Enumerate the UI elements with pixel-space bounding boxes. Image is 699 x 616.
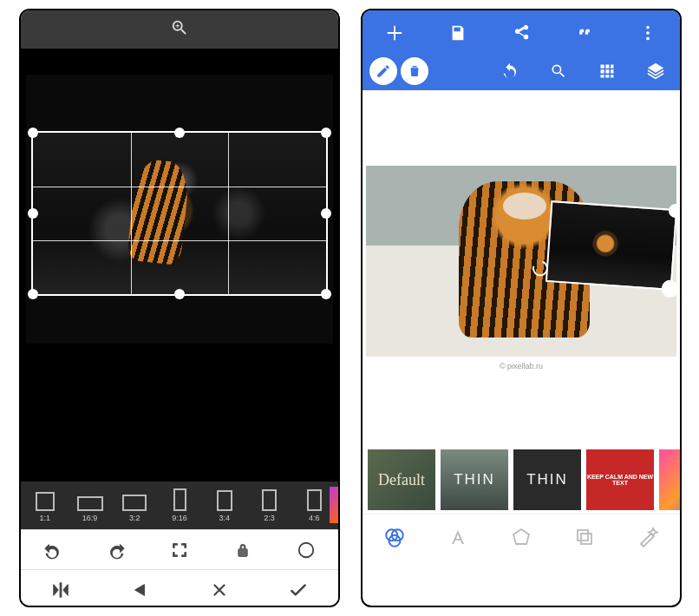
crop-topbar bbox=[21, 10, 338, 49]
ratio-shape-icon bbox=[307, 489, 322, 511]
more-button[interactable] bbox=[617, 23, 680, 43]
share-button[interactable] bbox=[489, 23, 552, 43]
zoom-button[interactable] bbox=[534, 62, 583, 80]
flip-horizontal-button[interactable] bbox=[21, 580, 101, 600]
crop-handle-t[interactable] bbox=[174, 128, 185, 138]
tab-text[interactable] bbox=[426, 514, 489, 559]
shape-circle-button[interactable] bbox=[275, 541, 338, 560]
ratio-label: 1:1 bbox=[40, 514, 51, 522]
crop-frame[interactable] bbox=[31, 131, 328, 296]
svg-marker-7 bbox=[513, 529, 529, 544]
ratio-label: 2:3 bbox=[264, 514, 275, 522]
ratio-1-1[interactable]: 1:1 bbox=[24, 486, 66, 526]
ratio-4-6[interactable]: 4:6 bbox=[293, 486, 335, 526]
svg-rect-8 bbox=[578, 530, 588, 541]
svg-point-2 bbox=[647, 31, 650, 35]
ratio-shape-icon bbox=[36, 492, 55, 511]
style-thumb-0[interactable]: Default bbox=[368, 449, 435, 510]
crop-handle-b[interactable] bbox=[174, 289, 185, 299]
style-thumb-label: Default bbox=[378, 471, 425, 489]
crop-canvas[interactable] bbox=[21, 49, 338, 482]
svg-point-1 bbox=[647, 26, 650, 29]
quote-button[interactable] bbox=[553, 24, 617, 42]
toolbar-row-primary bbox=[363, 14, 680, 52]
ratio-label: 9:16 bbox=[172, 514, 187, 522]
lock-aspect-button[interactable] bbox=[212, 542, 275, 558]
rotate-ccw-button[interactable] bbox=[21, 541, 84, 560]
crop-handle-br[interactable] bbox=[321, 289, 331, 299]
style-thumb-label: THIN bbox=[526, 471, 568, 488]
crop-handle-tl[interactable] bbox=[28, 128, 38, 138]
toolbar-row-secondary bbox=[363, 52, 680, 90]
editor-toolbar bbox=[363, 10, 680, 90]
style-thumb-4[interactable]: ME bbox=[659, 449, 680, 510]
bottom-tabs bbox=[363, 514, 680, 559]
crop-handle-tr[interactable] bbox=[321, 128, 331, 138]
style-thumb-label: THIN bbox=[454, 471, 495, 488]
ratio-label: 3:4 bbox=[219, 514, 230, 522]
grid-button[interactable] bbox=[583, 62, 631, 80]
ratio-3-4[interactable]: 3:4 bbox=[204, 486, 245, 526]
ratio-9-16[interactable]: 9:16 bbox=[159, 486, 200, 526]
layers-button[interactable] bbox=[631, 62, 680, 81]
delete-button[interactable] bbox=[401, 57, 428, 85]
overlay-image[interactable] bbox=[545, 200, 677, 291]
crop-handle-r[interactable] bbox=[321, 208, 331, 219]
aspect-ratio-bar: 1:116:93:29:163:42:34:6 bbox=[21, 482, 338, 529]
ratio-16-9[interactable]: 16:9 bbox=[69, 486, 111, 526]
zoom-in-icon[interactable] bbox=[170, 18, 189, 41]
style-thumb-label: KEEP CALM AND NEW TEXT bbox=[586, 474, 654, 486]
style-thumb-1[interactable]: THIN bbox=[441, 449, 508, 510]
ratio-shape-icon bbox=[173, 488, 186, 511]
rotate-cw-button[interactable] bbox=[84, 541, 147, 560]
ratio-overflow-peek[interactable] bbox=[330, 487, 338, 523]
ratio-shape-icon bbox=[122, 495, 147, 511]
tab-effects[interactable] bbox=[617, 514, 680, 559]
ratio-3-2[interactable]: 3:2 bbox=[114, 486, 155, 526]
undo-button[interactable] bbox=[486, 62, 534, 81]
confirm-button[interactable] bbox=[259, 579, 339, 601]
expand-button[interactable] bbox=[147, 541, 211, 559]
svg-point-3 bbox=[647, 37, 650, 41]
overlay-handle-br[interactable] bbox=[661, 279, 679, 298]
ratio-2-3[interactable]: 2:3 bbox=[249, 486, 291, 526]
tab-shapes[interactable] bbox=[489, 514, 552, 559]
ratio-label: 4:6 bbox=[309, 514, 320, 522]
crop-action-row bbox=[21, 569, 338, 607]
save-button[interactable] bbox=[426, 23, 489, 43]
phone-compositor: © pixellab.ru DefaultTHINTHINKEEP CALM A… bbox=[361, 9, 682, 607]
style-thumbnails: DefaultTHINTHINKEEP CALM AND NEW TEXTME bbox=[363, 446, 680, 514]
previous-button[interactable] bbox=[101, 580, 180, 600]
ratio-shape-icon bbox=[217, 490, 232, 511]
ratio-shape-icon bbox=[77, 496, 103, 511]
image-caption: © pixellab.ru bbox=[500, 362, 543, 370]
ratio-label: 16:9 bbox=[82, 514, 98, 522]
phone-crop-editor: 1:116:93:29:163:42:34:6 bbox=[19, 9, 340, 607]
tab-filters[interactable] bbox=[363, 514, 426, 559]
crop-handle-l[interactable] bbox=[28, 208, 38, 219]
crop-tool-row bbox=[21, 529, 338, 569]
composition-canvas[interactable]: © pixellab.ru bbox=[363, 90, 680, 446]
tab-layers[interactable] bbox=[553, 514, 617, 559]
svg-point-0 bbox=[299, 542, 314, 557]
cancel-button[interactable] bbox=[180, 580, 259, 600]
style-thumb-3[interactable]: KEEP CALM AND NEW TEXT bbox=[586, 449, 654, 510]
overlay-handle-tr[interactable] bbox=[668, 204, 682, 219]
svg-rect-9 bbox=[581, 534, 591, 544]
style-thumb-2[interactable]: THIN bbox=[513, 449, 581, 510]
add-button[interactable] bbox=[363, 23, 426, 43]
edit-button[interactable] bbox=[369, 57, 397, 85]
crop-handle-bl[interactable] bbox=[28, 289, 38, 299]
ratio-label: 3:2 bbox=[129, 514, 140, 522]
ratio-shape-icon bbox=[262, 489, 277, 511]
